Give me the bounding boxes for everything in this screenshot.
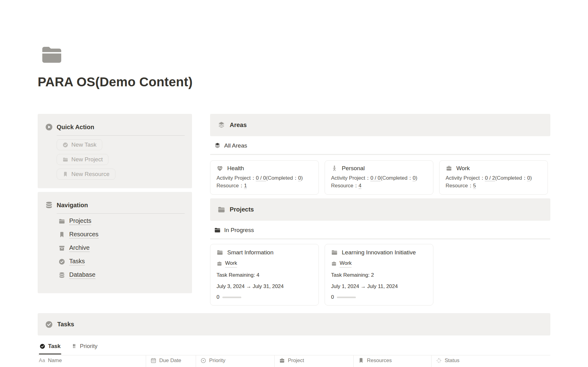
area-card-title-row[interactable]: Health xyxy=(217,165,312,172)
project-area-row: Work xyxy=(331,260,427,268)
navigation-panel: Navigation Projects Resources xyxy=(38,192,192,293)
in-progress-group-row[interactable]: In Progress xyxy=(210,221,550,239)
progress-value: 0 xyxy=(331,294,334,300)
area-card-name[interactable]: Work xyxy=(456,165,470,172)
divider xyxy=(57,135,185,136)
folder-icon xyxy=(217,249,223,256)
completed-count-link[interactable]: 0 xyxy=(413,175,415,181)
spinner-icon xyxy=(436,358,442,364)
quick-action-panel: Quick Action New Task New Project xyxy=(38,114,192,188)
nav-link-projects[interactable]: Projects xyxy=(58,217,185,225)
quick-action-header: Quick Action xyxy=(45,123,185,131)
project-card-title-row[interactable]: Learning Innovation Initiative xyxy=(331,249,427,256)
activity-stat-line: Activity Project：0 / 2(Completed：0) xyxy=(446,174,541,182)
tab-task[interactable]: Task xyxy=(39,340,61,354)
project-card-name[interactable]: Learning Innovation Initiative xyxy=(342,249,416,256)
project-area-link[interactable]: Work xyxy=(340,260,352,268)
stat-prefix: Resource： xyxy=(217,183,244,189)
activity-count-link[interactable]: 0 / 2 xyxy=(485,175,495,181)
progress-row: 0 xyxy=(217,294,312,300)
heart-pulse-icon xyxy=(217,165,223,172)
column-header-priority[interactable]: Priority xyxy=(196,355,275,367)
briefcase-icon xyxy=(331,261,337,267)
project-card-name[interactable]: Smart Information xyxy=(227,249,273,256)
stat-mid: (Completed： xyxy=(495,175,527,181)
main-columns: Quick Action New Task New Project xyxy=(38,114,550,305)
stat-mid: (Completed： xyxy=(266,175,298,181)
bookmark-icon xyxy=(58,231,65,238)
calendar-icon xyxy=(150,358,156,364)
tab-label: Task xyxy=(48,343,61,350)
quick-action-title: Quick Action xyxy=(57,124,94,131)
areas-title: Areas xyxy=(230,122,247,129)
completed-count-link[interactable]: 0 xyxy=(527,175,530,181)
briefcase-icon xyxy=(279,358,285,364)
progress-row: 0 xyxy=(331,294,427,300)
nav-link-label[interactable]: Archive xyxy=(69,244,90,252)
nav-link-label[interactable]: Projects xyxy=(69,217,91,225)
date-range-line: July 3, 2024 → July 31, 2024 xyxy=(217,283,312,290)
tasks-view-tabs: Task Priority xyxy=(38,340,550,355)
area-card-name[interactable]: Health xyxy=(227,165,244,172)
page-folder-icon[interactable] xyxy=(38,43,588,67)
tasks-section-header: Tasks xyxy=(38,313,550,335)
column-header-project[interactable]: Project xyxy=(275,355,354,367)
column-header-status[interactable]: Status xyxy=(432,355,550,367)
project-area-row: Work xyxy=(217,260,312,268)
stat-suffix: ) xyxy=(301,175,303,181)
column-header-resources[interactable]: Resources xyxy=(354,355,432,367)
area-card-health: Health Activity Project：0 / 0(Completed：… xyxy=(210,160,319,195)
project-cards: Smart Information Work Task Remaining: 4… xyxy=(210,244,550,305)
nav-link-label[interactable]: Database xyxy=(69,271,96,279)
briefcase-icon xyxy=(217,261,222,267)
quick-action-buttons: New Task New Project New Resource xyxy=(57,139,185,180)
area-card-personal: Personal Activity Project：0 / 0(Complete… xyxy=(325,160,433,195)
column-label: Resources xyxy=(367,358,392,364)
briefcase-icon xyxy=(446,165,452,172)
new-task-button[interactable]: New Task xyxy=(57,139,102,150)
resource-count-link[interactable]: 1 xyxy=(244,183,247,189)
play-circle-icon xyxy=(45,123,53,131)
activity-stat-line: Activity Project：0 / 0(Completed：0) xyxy=(217,174,312,182)
progress-value: 0 xyxy=(217,294,219,300)
project-area-link[interactable]: Work xyxy=(225,260,237,268)
resource-count-link[interactable]: 4 xyxy=(359,183,361,189)
column-header-name[interactable]: Aa Name xyxy=(38,355,146,367)
right-column: Areas All Areas Health A xyxy=(210,114,550,305)
date-range-line: July 1, 2024 → July 11, 2024 xyxy=(331,283,427,290)
activity-count-link[interactable]: 0 / 0 xyxy=(370,175,380,181)
tab-priority[interactable]: Priority xyxy=(70,340,98,354)
select-icon xyxy=(200,358,206,364)
new-resource-label: New Resource xyxy=(71,171,110,178)
all-areas-group-row[interactable]: All Areas xyxy=(210,136,550,155)
nav-link-resources[interactable]: Resources xyxy=(58,231,185,238)
resource-stat-line: Resource：5 xyxy=(446,182,541,189)
nav-link-label[interactable]: Tasks xyxy=(69,258,85,265)
new-project-button[interactable]: New Project xyxy=(57,154,108,165)
column-label: Project xyxy=(288,358,304,364)
project-card-title-row[interactable]: Smart Information xyxy=(217,249,312,256)
nav-link-database[interactable]: Database xyxy=(58,271,185,279)
activity-count-link[interactable]: 0 / 0 xyxy=(256,175,266,181)
stat-prefix: Resource： xyxy=(446,183,473,189)
resource-count-link[interactable]: 5 xyxy=(473,183,476,189)
project-card-smart-information: Smart Information Work Task Remaining: 4… xyxy=(210,244,319,305)
database-icon xyxy=(58,272,65,279)
nav-link-archive[interactable]: Archive xyxy=(58,244,185,252)
stat-suffix: ) xyxy=(416,175,417,181)
stat-mid: (Completed： xyxy=(381,175,413,181)
stat-prefix: Resource： xyxy=(331,183,359,189)
area-card-name[interactable]: Personal xyxy=(342,165,365,172)
column-header-due-date[interactable]: Due Date xyxy=(146,355,196,367)
area-card-title-row[interactable]: Personal xyxy=(331,165,427,172)
navigation-title: Navigation xyxy=(57,202,88,209)
bookmark-icon xyxy=(358,358,364,364)
nav-link-tasks[interactable]: Tasks xyxy=(58,258,185,265)
text-type-icon: Aa xyxy=(39,358,45,363)
folder-icon xyxy=(217,206,225,214)
area-card-title-row[interactable]: Work xyxy=(446,165,541,172)
nav-link-label[interactable]: Resources xyxy=(69,231,99,238)
stat-prefix: Activity Project： xyxy=(446,175,485,181)
completed-count-link[interactable]: 0 xyxy=(298,175,301,181)
new-resource-button[interactable]: New Resource xyxy=(57,169,115,180)
